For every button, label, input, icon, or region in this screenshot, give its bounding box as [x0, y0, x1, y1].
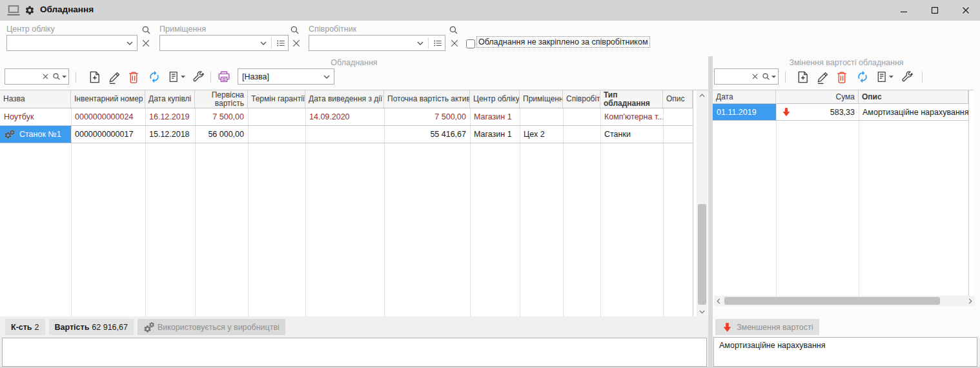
add-button[interactable] [86, 69, 103, 85]
toolbar-separator [210, 72, 211, 83]
clear-icon[interactable] [751, 73, 759, 80]
filter-bar: Центр обліку Приміщення [0, 21, 980, 57]
close-button[interactable] [955, 3, 976, 18]
edit-button[interactable] [814, 69, 831, 85]
column-header[interactable]: Співробітник [563, 90, 600, 108]
group-field-combobox[interactable]: [Назва] [238, 68, 334, 85]
list-icon[interactable] [274, 39, 288, 48]
scroll-down-arrow[interactable] [697, 307, 708, 317]
divider [428, 37, 429, 48]
chevron-down-icon [323, 75, 330, 79]
total-value-badge: Вартість 62 916,67 [49, 319, 134, 335]
list-icon[interactable] [431, 39, 445, 48]
minimize-button[interactable] [893, 3, 914, 18]
settings-button[interactable] [899, 69, 915, 85]
decrease-legend: Зменшення вартості [715, 319, 819, 335]
room-filter-input[interactable] [160, 36, 258, 50]
maximize-button[interactable] [924, 3, 945, 18]
column-header[interactable]: Тип обладнання [600, 90, 663, 108]
unassigned-checkbox[interactable] [466, 39, 475, 48]
column-header[interactable]: Центр обліку [470, 90, 520, 108]
equipment-panel-caption: Обладнання [0, 58, 708, 67]
trash-icon [835, 70, 848, 84]
column-header[interactable]: Дата купівлі [145, 90, 195, 108]
scroll-up-arrow[interactable] [697, 90, 708, 101]
wrench-icon [901, 70, 914, 83]
clear-icon[interactable] [291, 37, 302, 49]
settings-button[interactable] [190, 69, 207, 85]
value-changes-notes-box[interactable]: Амортизаційне нарахування [713, 337, 977, 367]
value-changes-table-header: Дата Сума Опис [713, 90, 968, 104]
column-header[interactable]: Інвентарний номер [71, 90, 145, 108]
pencil-icon [816, 70, 830, 84]
table-row-selected[interactable]: 01.11.2019 583,33 Амортизаційне нарахува… [713, 104, 968, 121]
vertical-scrollbar[interactable] [697, 90, 708, 317]
equipment-search-box[interactable] [5, 68, 69, 85]
scroll-left-arrow[interactable] [714, 296, 723, 306]
equipment-search-input[interactable] [7, 68, 42, 85]
titlebar: Обладнання [0, 0, 980, 21]
refresh-button[interactable] [146, 69, 163, 85]
refresh-icon [148, 70, 161, 83]
column-header[interactable]: Поточна вартість активу [384, 90, 470, 108]
center-filter-combobox[interactable] [6, 35, 138, 51]
unassigned-checkbox-label[interactable]: Обладнання не закріплено за співробітник… [477, 37, 649, 47]
chevron-down-icon [258, 41, 269, 45]
pencil-icon [108, 70, 121, 84]
add-button[interactable] [794, 69, 811, 85]
clear-icon[interactable] [140, 37, 152, 49]
print-button[interactable] [215, 69, 233, 85]
report-button[interactable] [874, 69, 895, 85]
value-changes-search-box[interactable] [714, 68, 779, 85]
scroll-right-arrow[interactable] [966, 296, 975, 306]
table-row-selected[interactable]: Станок №1 0000000000017 15.12.2018 56 00… [0, 126, 693, 143]
clear-icon[interactable] [449, 37, 460, 49]
column-header[interactable]: Опис [859, 90, 968, 104]
column-header[interactable]: Приміщення [520, 90, 563, 108]
toolbar-separator [76, 72, 76, 83]
search-icon[interactable] [140, 24, 152, 36]
column-header[interactable]: Опис [663, 90, 693, 108]
column-header[interactable]: Дата [713, 90, 776, 104]
panel-splitter[interactable] [708, 56, 713, 368]
report-button[interactable] [166, 69, 187, 85]
employee-filter-input[interactable] [309, 36, 414, 50]
employee-filter-combobox[interactable] [309, 35, 445, 51]
chevron-down-icon [181, 76, 185, 78]
center-filter-label: Центр обліку [6, 25, 55, 34]
scrollbar-thumb[interactable] [724, 297, 940, 305]
add-document-icon [88, 70, 101, 84]
chevron-down-icon [123, 41, 137, 45]
room-filter-combobox[interactable] [159, 35, 289, 51]
room-filter-label: Приміщення [159, 25, 206, 34]
column-header[interactable]: Дата виведення з дії [305, 90, 384, 108]
search-options-button[interactable] [762, 72, 776, 81]
search-icon[interactable] [447, 24, 459, 36]
column-header[interactable]: Сума [776, 90, 859, 104]
column-header[interactable]: Назва [0, 90, 71, 108]
value-changes-search-input[interactable] [717, 68, 751, 85]
gears-icon [4, 129, 15, 139]
value-changes-table: Дата Сума Опис 01.11.2019 583,33 Амортиз… [713, 90, 974, 305]
scrollbar-thumb[interactable] [698, 204, 706, 305]
table-row[interactable]: Ноутбук 0000000000024 16.12.2019 7 500,0… [0, 108, 693, 126]
equipment-status-bar: К-сть 2 Вартість 62 916,67 Використовуєт… [0, 316, 708, 338]
search-icon[interactable] [289, 24, 300, 36]
report-icon [875, 70, 888, 83]
edit-button[interactable] [106, 69, 123, 85]
center-filter-input[interactable] [7, 36, 123, 50]
column-header[interactable]: Термін гарантії [248, 90, 305, 108]
gear-icon [25, 5, 35, 15]
toolbar-separator [785, 72, 786, 83]
equipment-notes-box[interactable] [2, 338, 707, 367]
printer-icon [217, 70, 231, 84]
search-options-button[interactable] [52, 72, 66, 81]
equipment-table-header: Назва Інвентарний номер Дата купівлі Пер… [0, 90, 693, 108]
refresh-button[interactable] [854, 69, 871, 85]
horizontal-scrollbar[interactable] [714, 296, 975, 306]
group-field-value: [Назва] [242, 72, 323, 81]
delete-button[interactable] [833, 69, 850, 85]
column-header[interactable]: Первісна вартість [195, 90, 248, 108]
clear-icon[interactable] [42, 73, 49, 80]
delete-button[interactable] [125, 69, 142, 85]
